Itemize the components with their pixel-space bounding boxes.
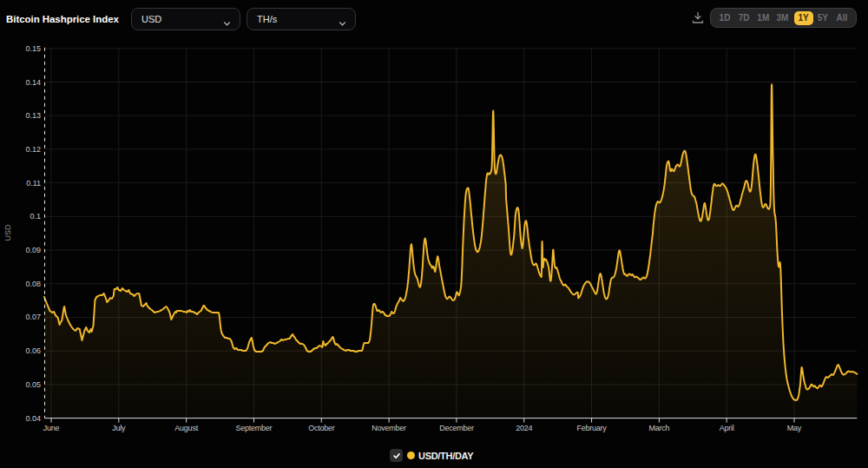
- svg-text:October: October: [308, 424, 335, 432]
- svg-text:0.12: 0.12: [25, 145, 41, 154]
- svg-text:0.05: 0.05: [25, 380, 41, 389]
- svg-text:0.14: 0.14: [25, 78, 41, 87]
- svg-text:0.07: 0.07: [25, 313, 41, 321]
- svg-text:December: December: [439, 424, 474, 432]
- svg-text:0.1: 0.1: [30, 212, 41, 221]
- svg-text:0.11: 0.11: [26, 179, 41, 188]
- svg-text:July: July: [112, 424, 126, 432]
- svg-text:April: April: [720, 424, 734, 432]
- svg-text:0.09: 0.09: [25, 246, 41, 254]
- svg-text:0.13: 0.13: [25, 111, 41, 120]
- svg-text:USD: USD: [3, 224, 12, 241]
- svg-text:0.04: 0.04: [25, 414, 41, 423]
- svg-text:0.08: 0.08: [25, 280, 41, 288]
- svg-text:November: November: [372, 424, 406, 432]
- svg-text:2024: 2024: [516, 424, 532, 432]
- svg-text:May: May: [787, 424, 802, 432]
- svg-text:June: June: [43, 424, 60, 432]
- svg-text:0.06: 0.06: [25, 346, 41, 355]
- svg-text:August: August: [174, 424, 198, 432]
- svg-text:March: March: [648, 424, 669, 432]
- svg-text:February: February: [577, 424, 608, 432]
- svg-text:0.15: 0.15: [25, 44, 41, 53]
- svg-text:September: September: [236, 424, 273, 432]
